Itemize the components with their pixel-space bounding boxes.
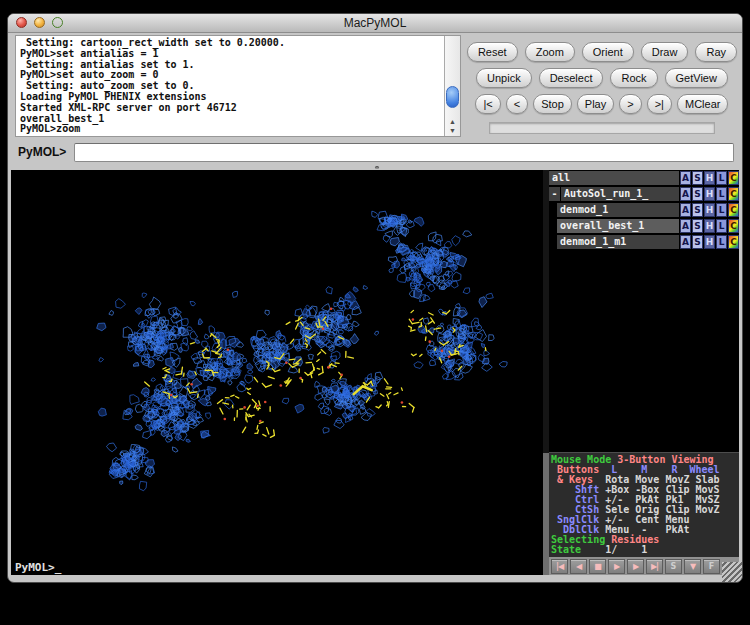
h-menu-button[interactable]: H <box>704 171 715 185</box>
l-menu-button[interactable]: L <box>716 235 727 249</box>
console-line-1: PyMOL>set antialias = 1 <box>20 49 444 60</box>
a-menu-button[interactable]: A <box>680 203 691 217</box>
right-panel: allASHLC-AutoSol_run_1_ASHLCdenmod_1ASHL… <box>549 170 739 575</box>
molecule-viewport[interactable]: PyMOL>_ <box>11 170 543 575</box>
macpymol-window: MacPyMOL Setting: cartoon_rect_width set… <box>7 13 743 583</box>
movie-playback-bar: |◀◀■▶▶▶|S▼F <box>549 557 739 575</box>
mclear-button[interactable]: MClear <box>677 94 728 114</box>
object-row-AutoSol_run_1_: -AutoSol_run_1_ASHLC <box>549 187 739 201</box>
console-line-8: PyMOL>zoom <box>20 124 444 135</box>
mouse-panel-text: State <box>551 544 581 555</box>
a-menu-button[interactable]: A <box>680 171 691 185</box>
collapse-toggle[interactable]: - <box>549 187 560 201</box>
s-menu-button[interactable]: S <box>692 235 703 249</box>
close-button-icon[interactable] <box>16 17 27 28</box>
minimize-button-icon[interactable] <box>34 17 45 28</box>
reset-button[interactable]: Reset <box>467 42 518 62</box>
console-log[interactable]: Setting: cartoon_rect_width set to 0.200… <box>15 35 461 137</box>
h-menu-button[interactable]: H <box>704 235 715 249</box>
mouse-mode-panel: Mouse Mode 3-Button Viewing Buttons L M … <box>549 452 739 557</box>
title-bar[interactable]: MacPyMOL <box>8 14 742 33</box>
draw-button[interactable]: Draw <box>641 42 689 62</box>
scroll-down-icon[interactable]: ▼ <box>445 126 460 135</box>
deselect-button[interactable]: Deselect <box>539 68 604 88</box>
object-name[interactable]: AutoSol_run_1_ <box>561 187 679 201</box>
stop-button[interactable]: Stop <box>533 94 572 114</box>
upper-section: Setting: cartoon_rect_width set to 0.200… <box>8 33 742 137</box>
--button[interactable]: < <box>506 94 528 114</box>
c-menu-button[interactable]: C <box>728 235 739 249</box>
control-row-2: UnpickDeselectRockGetView <box>476 68 728 88</box>
density-mesh-svg[interactable] <box>11 170 543 575</box>
l-menu-button[interactable]: L <box>716 187 727 201</box>
orient-button[interactable]: Orient <box>582 42 634 62</box>
mouse-panel-line-9: State 1/ 1 <box>551 545 739 555</box>
panel-spacer <box>549 249 739 452</box>
fullscreen-button[interactable]: F <box>703 559 720 574</box>
object-row-all: allASHLC <box>549 171 739 185</box>
rock-button[interactable]: Rock <box>610 68 657 88</box>
control-row-3: |<<StopPlay>>|MClear <box>475 94 728 114</box>
a-menu-button[interactable]: A <box>680 187 691 201</box>
viewport-prompt: PyMOL>_ <box>15 561 61 574</box>
zoom-button[interactable]: Zoom <box>525 42 575 62</box>
a-menu-button[interactable]: A <box>680 235 691 249</box>
object-name[interactable]: overall_best_1 <box>557 219 679 233</box>
l-menu-button[interactable]: L <box>716 203 727 217</box>
object-row-overall_best_1: overall_best_1ASHLC <box>549 219 739 233</box>
c-menu-button[interactable]: C <box>728 171 739 185</box>
prompt-label: PyMOL> <box>18 145 66 159</box>
object-name[interactable]: denmod_1_m1 <box>557 235 679 249</box>
getview-button[interactable]: GetView <box>665 68 728 88</box>
c-menu-button[interactable]: C <box>728 187 739 201</box>
scene-button[interactable]: S <box>665 559 682 574</box>
object-name[interactable]: all <box>549 171 679 185</box>
control-button-panel: ResetZoomOrientDrawRay UnpickDeselectRoc… <box>467 35 737 137</box>
s-menu-button[interactable]: S <box>692 203 703 217</box>
scrollbar-arrows[interactable]: ▲ ▼ <box>445 117 460 135</box>
h-menu-button[interactable]: H <box>704 203 715 217</box>
window-resize-grip-icon[interactable] <box>722 562 742 582</box>
zoom-button-icon[interactable] <box>52 17 63 28</box>
c-menu-button[interactable]: C <box>728 203 739 217</box>
object-list: allASHLC-AutoSol_run_1_ASHLCdenmod_1ASHL… <box>549 170 739 249</box>
scrollbar-thumb[interactable] <box>446 86 459 108</box>
l-menu-button[interactable]: L <box>716 219 727 233</box>
h-menu-button[interactable]: H <box>704 187 715 201</box>
step-forward-button[interactable]: ▶ <box>627 559 644 574</box>
traffic-lights <box>16 17 63 28</box>
a-menu-button[interactable]: A <box>680 219 691 233</box>
menu-dropdown-button[interactable]: ▼ <box>684 559 701 574</box>
command-input-row: PyMOL> <box>8 137 742 164</box>
go-to-end-button[interactable]: ▶| <box>646 559 663 574</box>
object-name[interactable]: denmod_1 <box>557 203 679 217</box>
--button[interactable]: > <box>619 94 641 114</box>
--button[interactable]: |< <box>475 94 500 114</box>
object-row-denmod_1: denmod_1ASHLC <box>549 203 739 217</box>
unpick-button[interactable]: Unpick <box>476 68 532 88</box>
mouse-panel-text: 1/ 1 <box>581 544 647 555</box>
s-menu-button[interactable]: S <box>692 187 703 201</box>
console-line-7: overall_best_1 <box>20 114 444 125</box>
h-menu-button[interactable]: H <box>704 219 715 233</box>
console-line-6: Started XML-RPC server on port 46712 <box>20 103 444 114</box>
ray-button[interactable]: Ray <box>695 42 737 62</box>
progress-bar <box>489 122 715 134</box>
console-scrollbar[interactable]: ▲ ▼ <box>444 36 460 136</box>
play-button[interactable]: Play <box>577 94 614 114</box>
play-button[interactable]: ▶ <box>608 559 625 574</box>
stop-button[interactable]: ■ <box>589 559 606 574</box>
divider-dimple-icon[interactable] <box>375 166 379 169</box>
l-menu-button[interactable]: L <box>716 171 727 185</box>
go-to-start-button[interactable]: |◀ <box>551 559 568 574</box>
scroll-up-icon[interactable]: ▲ <box>445 117 460 126</box>
s-menu-button[interactable]: S <box>692 171 703 185</box>
c-menu-button[interactable]: C <box>728 219 739 233</box>
pymol-command-input[interactable] <box>74 143 734 162</box>
console-text: Setting: cartoon_rect_width set to 0.200… <box>16 36 444 136</box>
step-back-button[interactable]: ◀ <box>570 559 587 574</box>
control-row-1: ResetZoomOrientDrawRay <box>467 42 737 62</box>
s-menu-button[interactable]: S <box>692 219 703 233</box>
--button[interactable]: >| <box>647 94 672 114</box>
main-area: PyMOL>_ allASHLC-AutoSol_run_1_ASHLCdenm… <box>11 170 739 575</box>
